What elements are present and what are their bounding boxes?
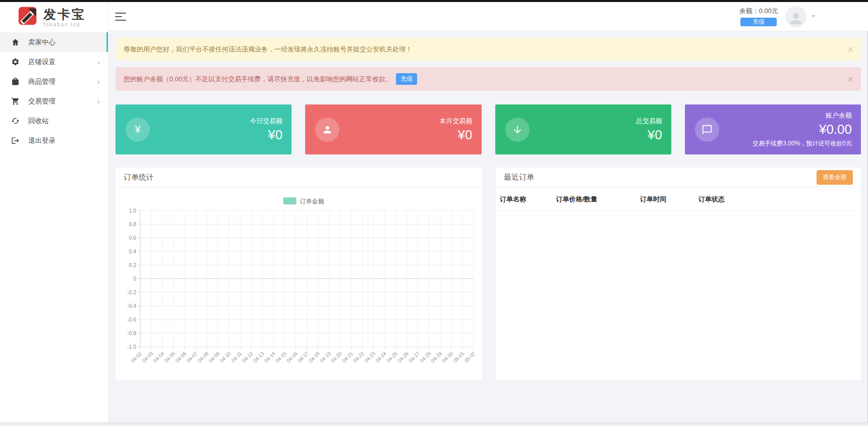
order-stats-chart-area: 订单金额1.00.80.60.40.20-0.2-0.4-0.6-0.8-1.0… xyxy=(115,187,482,378)
svg-text:-0.8: -0.8 xyxy=(127,330,136,336)
svg-text:04-16: 04-16 xyxy=(285,350,299,363)
svg-text:0.6: 0.6 xyxy=(129,235,136,241)
svg-text:0.8: 0.8 xyxy=(129,221,136,227)
stat-card-label: 总交易额 xyxy=(636,117,662,126)
svg-text:05-01: 05-01 xyxy=(452,350,466,363)
svg-text:04-08: 04-08 xyxy=(197,350,210,363)
menu-toggle-icon[interactable] xyxy=(115,13,126,21)
stat-card-value: ¥0 xyxy=(440,127,473,143)
panel-title: 最近订单 xyxy=(504,173,534,182)
stat-card-value: ¥0 xyxy=(250,127,282,143)
svg-text:04-02: 04-02 xyxy=(130,350,143,363)
recent-orders-table: 订单名称 订单价格/数量 订单时间 订单状态 xyxy=(496,187,861,211)
sidebar-item-label: 卖家中心 xyxy=(28,38,55,47)
svg-text:订单金额: 订单金额 xyxy=(300,198,324,205)
fakabao-logo-icon xyxy=(16,5,39,30)
stat-card-total-volume: 总交易额 ¥0 xyxy=(495,104,671,154)
browser-bottom-edge xyxy=(0,422,868,426)
sidebar-item-label: 店铺设置 xyxy=(28,58,55,67)
sidebar-item-recycle-bin[interactable]: 回收站 xyxy=(0,111,108,131)
recharge-button[interactable]: 充值 xyxy=(740,18,777,26)
svg-text:04-24: 04-24 xyxy=(374,350,387,363)
svg-text:-0.4: -0.4 xyxy=(127,303,136,309)
svg-text:04-14: 04-14 xyxy=(263,350,276,363)
chevron-down-icon[interactable] xyxy=(812,15,816,18)
sidebar-item-label: 退出登录 xyxy=(28,136,55,145)
svg-text:1.0: 1.0 xyxy=(129,207,136,214)
sidebar-item-label: 商品管理 xyxy=(28,77,55,86)
view-all-button[interactable]: 查看全部 xyxy=(817,170,853,185)
svg-text:-0.6: -0.6 xyxy=(127,316,136,323)
svg-text:04-21: 04-21 xyxy=(341,350,354,363)
svg-text:04-07: 04-07 xyxy=(186,350,199,363)
sidebar-item-product-management[interactable]: 商品管理 › xyxy=(0,72,108,91)
column-header-order-price-qty: 订单价格/数量 xyxy=(556,187,640,211)
stat-card-value: ¥0 xyxy=(636,127,662,143)
svg-text:-0.2: -0.2 xyxy=(127,289,136,295)
logo[interactable]: 发卡宝 fakabao.top xyxy=(0,2,108,32)
sidebar-item-logout[interactable]: 退出登录 xyxy=(0,131,108,150)
close-icon[interactable] xyxy=(848,77,853,82)
sidebar-item-seller-center[interactable]: 卖家中心 xyxy=(0,32,108,52)
cart-icon xyxy=(11,97,20,105)
sidebar-item-label: 回收站 xyxy=(28,117,49,126)
chat-bubble-icon xyxy=(695,118,719,142)
logo-title: 发卡宝 xyxy=(43,8,86,21)
svg-text:04-03: 04-03 xyxy=(141,350,154,363)
svg-text:-1.0: -1.0 xyxy=(127,344,136,350)
recharge-button[interactable]: 充值 xyxy=(396,73,417,85)
recent-orders-panel: 最近订单 查看全部 订单名称 订单价格/数量 订单时间 订单状态 xyxy=(496,168,861,380)
balance-warning-alert: 您的账户余额（0.00元）不足以支付交易手续费，请尽快充值，以免影响您的网站正常… xyxy=(115,67,861,91)
balance-warning-text: 您的账户余额（0.00元）不足以支付交易手续费，请尽快充值，以免影响您的网站正常… xyxy=(124,75,392,84)
svg-text:04-30: 04-30 xyxy=(441,350,454,363)
svg-text:0.4: 0.4 xyxy=(129,248,136,254)
sidebar-item-shop-settings[interactable]: 店铺设置 › xyxy=(0,52,108,72)
svg-text:04-12: 04-12 xyxy=(241,350,254,363)
main-content: 尊敬的用户您好，我们平台不接任何违法违规业务，一经发现将永久冻结账号并提交公安机… xyxy=(108,31,868,426)
svg-text:04-15: 04-15 xyxy=(274,350,287,363)
svg-text:04-13: 04-13 xyxy=(252,350,265,363)
svg-text:04-26: 04-26 xyxy=(396,350,410,363)
panel-title: 订单统计 xyxy=(124,173,154,182)
arrow-down-icon xyxy=(505,118,530,142)
person-icon xyxy=(315,118,339,142)
stat-cards-row: ¥ 今日交易额 ¥0 本月交易额 ¥0 总交易额 ¥0 xyxy=(115,104,861,154)
stat-card-value: ¥0.00 xyxy=(753,122,852,137)
close-icon[interactable] xyxy=(848,47,853,52)
svg-text:04-25: 04-25 xyxy=(385,350,398,363)
svg-text:04-19: 04-19 xyxy=(319,350,332,363)
gear-icon xyxy=(11,58,20,66)
stat-card-today-volume: ¥ 今日交易额 ¥0 xyxy=(115,104,292,154)
svg-text:04-27: 04-27 xyxy=(408,350,421,363)
sidebar-item-trade-management[interactable]: 交易管理 › xyxy=(0,91,108,111)
svg-text:0.2: 0.2 xyxy=(129,262,136,268)
sidebar-menu: 卖家中心 店铺设置 › 商品管理 › 交易管理 › xyxy=(0,32,108,150)
column-header-order-status: 订单状态 xyxy=(699,187,861,211)
balance-text: 余额：0.00元 xyxy=(739,7,778,16)
order-amount-chart: 订单金额1.00.80.60.40.20-0.2-0.4-0.6-0.8-1.0… xyxy=(123,187,475,378)
yen-icon: ¥ xyxy=(126,118,150,142)
home-icon xyxy=(11,38,20,46)
sidebar: 发卡宝 fakabao.top 卖家中心 店铺设置 › 商品管理 › xyxy=(0,2,108,426)
svg-text:0: 0 xyxy=(133,276,136,282)
avatar[interactable] xyxy=(785,6,806,27)
stat-card-label: 本月交易额 xyxy=(440,117,473,126)
svg-text:04-28: 04-28 xyxy=(419,350,432,363)
chevron-right-icon: › xyxy=(97,78,100,85)
svg-text:04-17: 04-17 xyxy=(297,350,310,363)
svg-text:04-20: 04-20 xyxy=(330,350,343,363)
svg-text:04-18: 04-18 xyxy=(308,350,321,363)
warning-alert: 尊敬的用户您好，我们平台不接任何违法违规业务，一经发现将永久冻结账号并提交公安机… xyxy=(115,38,861,61)
column-header-order-name: 订单名称 xyxy=(496,187,556,211)
browser-top-edge xyxy=(0,0,868,2)
svg-text:04-23: 04-23 xyxy=(363,350,376,363)
svg-text:04-10: 04-10 xyxy=(219,350,232,363)
chevron-right-icon: › xyxy=(97,58,100,66)
chevron-right-icon: › xyxy=(97,97,100,105)
column-header-order-time: 订单时间 xyxy=(640,187,699,211)
stat-card-label: 账户余额 xyxy=(753,111,852,120)
svg-text:04-22: 04-22 xyxy=(352,350,365,363)
logout-icon xyxy=(11,136,20,145)
stat-card-month-volume: 本月交易额 ¥0 xyxy=(305,104,481,154)
svg-text:04-11: 04-11 xyxy=(230,350,243,363)
